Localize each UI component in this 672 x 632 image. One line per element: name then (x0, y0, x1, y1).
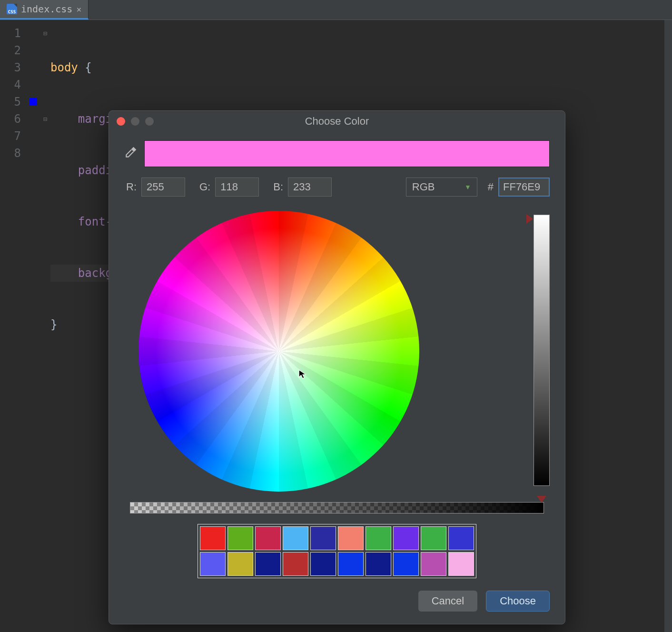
tab-bar: CSS index.css × (0, 0, 672, 20)
recent-color-swatch[interactable] (255, 526, 281, 550)
color-wheel[interactable] (138, 211, 419, 492)
color-swatch-gutter (27, 20, 40, 470)
line-number: 3 (0, 59, 21, 76)
red-input[interactable] (141, 178, 185, 197)
brace: { (78, 61, 92, 74)
blue-input[interactable] (288, 178, 332, 197)
b-label: B: (273, 181, 283, 193)
green-input[interactable] (215, 178, 259, 197)
window-close-icon[interactable] (117, 117, 125, 126)
recent-color-swatch[interactable] (227, 552, 253, 576)
r-label: R: (126, 181, 137, 193)
opacity-slider[interactable] (130, 502, 544, 514)
hash-label: # (488, 181, 494, 193)
slider-thumb-icon[interactable] (537, 496, 546, 503)
recent-color-swatch[interactable] (200, 526, 226, 550)
brightness-slider[interactable] (534, 215, 550, 486)
gutter-color-swatch[interactable] (30, 98, 37, 106)
cancel-button[interactable]: Cancel (418, 591, 477, 612)
brace: } (50, 318, 57, 331)
line-number: 2 (0, 42, 21, 59)
line-number: 1 (0, 25, 21, 42)
eyedropper-icon[interactable] (124, 147, 137, 161)
recent-color-swatch[interactable] (283, 526, 308, 550)
recent-color-swatch[interactable] (283, 552, 308, 576)
line-number: 6 (0, 110, 21, 128)
line-number: 7 (0, 128, 21, 145)
file-tab[interactable]: CSS index.css × (0, 0, 89, 20)
cursor-icon (298, 369, 308, 379)
line-number-gutter: 1 2 3 4 5 6 7 8 (0, 20, 27, 470)
slider-thumb-icon[interactable] (526, 214, 533, 224)
recent-color-swatch[interactable] (421, 526, 446, 550)
color-mode-value: RGB (412, 181, 435, 193)
recent-color-swatch[interactable] (393, 552, 419, 576)
recent-color-swatch[interactable] (366, 526, 391, 550)
recent-color-swatch[interactable] (421, 552, 446, 576)
recent-color-swatch[interactable] (310, 526, 336, 550)
window-controls (109, 117, 154, 126)
recent-color-swatch[interactable] (227, 526, 253, 550)
g-label: G: (199, 181, 210, 193)
recent-color-swatch[interactable] (366, 552, 391, 576)
line-number: 8 (0, 145, 21, 162)
window-zoom-icon[interactable] (145, 117, 154, 126)
line-number: 5 (0, 93, 21, 110)
recent-color-swatch[interactable] (448, 552, 474, 576)
hex-input[interactable] (498, 178, 550, 197)
css-selector: body (50, 61, 78, 74)
tab-filename: index.css (21, 3, 72, 15)
editor-scrollbar[interactable] (664, 20, 672, 632)
line-number: 4 (0, 76, 21, 93)
window-minimize-icon[interactable] (131, 117, 139, 126)
recent-color-swatch[interactable] (393, 526, 419, 550)
fold-close-icon[interactable]: ⊟ (40, 110, 50, 128)
recent-color-swatch[interactable] (448, 526, 474, 550)
color-picker-dialog: Choose Color R: G: B: RGB ▼ # (109, 110, 565, 624)
dialog-title: Choose Color (109, 115, 565, 128)
recent-color-swatch[interactable] (255, 552, 281, 576)
css-file-icon: CSS (7, 4, 17, 14)
close-icon[interactable]: × (76, 4, 81, 14)
color-preview (144, 140, 550, 167)
color-mode-select[interactable]: RGB ▼ (406, 178, 477, 197)
recent-color-swatch[interactable] (200, 552, 226, 576)
recent-colors-palette (198, 524, 476, 578)
recent-color-swatch[interactable] (338, 526, 364, 550)
recent-color-swatch[interactable] (310, 552, 336, 576)
choose-button[interactable]: Choose (486, 591, 550, 612)
fold-open-icon[interactable]: ⊟ (40, 25, 50, 42)
chevron-down-icon: ▼ (464, 183, 471, 191)
fold-gutter: ⊟ ⊟ (40, 20, 50, 470)
recent-color-swatch[interactable] (338, 552, 364, 576)
dialog-titlebar[interactable]: Choose Color (109, 111, 565, 132)
